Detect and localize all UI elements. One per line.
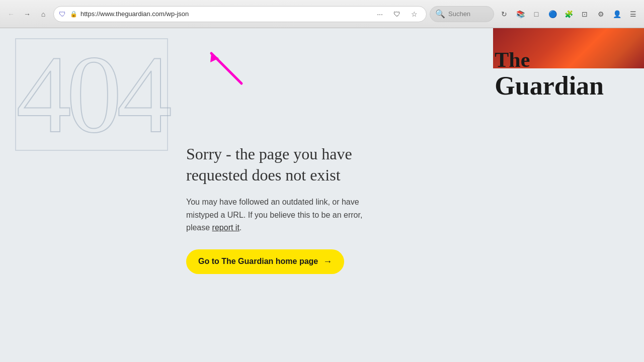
- settings-button[interactable]: ⚙: [594, 7, 608, 21]
- library-button[interactable]: 📚: [513, 7, 527, 21]
- page-content: 404 The Guardian Sorry - the page you ha…: [0, 28, 644, 362]
- home-button[interactable]: ⌂: [36, 7, 50, 21]
- screen-button[interactable]: ⊡: [578, 7, 592, 21]
- report-link[interactable]: report it: [212, 223, 239, 232]
- menu-button[interactable]: ☰: [626, 7, 640, 21]
- guardian-logo-line2: Guardian: [495, 71, 604, 100]
- annotation-arrow: [201, 48, 262, 88]
- browser-toolbar: ← → ⌂ 🛡 🔒 ··· 🛡 ☆ 🔍 ↻ 📚 □ 🔵 🧩 ⊡ ⚙ 👤 ☰: [0, 0, 644, 28]
- lock-icon: 🔒: [70, 11, 77, 18]
- home-page-button[interactable]: Go to The Guardian home page →: [186, 249, 344, 274]
- error-description: You may have followed an outdated link, …: [186, 196, 377, 234]
- extension-button[interactable]: 🧩: [561, 7, 576, 21]
- star-button[interactable]: ☆: [407, 7, 421, 21]
- forward-button[interactable]: →: [20, 7, 34, 21]
- guardian-logo: The Guardian: [495, 48, 604, 100]
- error-code-background: 404: [15, 38, 168, 151]
- tab-manager-button[interactable]: □: [529, 7, 543, 21]
- bookmark-shield-button[interactable]: 🛡: [390, 7, 404, 21]
- search-input[interactable]: [448, 10, 489, 18]
- address-input[interactable]: [80, 10, 370, 18]
- guardian-logo-text: The Guardian: [495, 48, 604, 100]
- error-title: Sorry - the page you have requested does…: [186, 144, 377, 186]
- address-bar-container[interactable]: 🛡 🔒 ··· 🛡 ☆: [53, 6, 427, 22]
- more-options-button[interactable]: ···: [373, 7, 387, 21]
- sync-button[interactable]: 🔵: [545, 7, 559, 21]
- security-shield-icon: 🛡: [59, 10, 66, 18]
- period: .: [239, 223, 242, 232]
- nav-buttons: ← → ⌂: [4, 7, 50, 21]
- toolbar-right: ↻ 📚 □ 🔵 🧩 ⊡ ⚙ 👤 ☰: [497, 7, 640, 21]
- search-icon: 🔍: [435, 9, 445, 19]
- search-bar-container[interactable]: 🔍: [430, 6, 494, 22]
- guardian-logo-line1: The: [495, 48, 604, 71]
- reload-button[interactable]: ↻: [497, 7, 511, 21]
- svg-line-0: [211, 53, 242, 83]
- home-button-label: Go to The Guardian home page: [198, 257, 318, 266]
- svg-marker-1: [210, 53, 219, 62]
- arrow-right-icon: →: [323, 256, 332, 267]
- account-button[interactable]: 👤: [610, 7, 624, 21]
- error-content: Sorry - the page you have requested does…: [186, 144, 377, 274]
- back-button[interactable]: ←: [4, 7, 18, 21]
